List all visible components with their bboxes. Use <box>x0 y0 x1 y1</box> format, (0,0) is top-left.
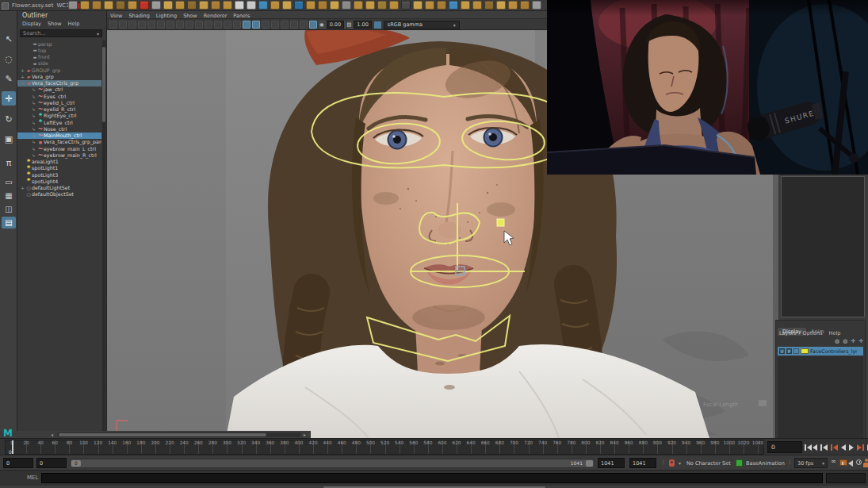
shelf-icon[interactable] <box>223 1 232 10</box>
outliner-item-eyelid_r_ctrl[interactable]: ↳~eyelid_R_ctrl <box>17 106 101 113</box>
exposure-value[interactable]: 0.00 <box>327 21 344 29</box>
outliner-item-spotlight1[interactable]: *spotLight1 <box>17 165 101 171</box>
window-menu-icon[interactable] <box>2 2 9 10</box>
shelf-icon[interactable] <box>270 1 280 10</box>
character-controls-icon[interactable] <box>863 459 868 467</box>
viewport-toolbar-icon[interactable] <box>205 21 212 29</box>
viewport-menu-panels[interactable]: Panels <box>233 13 250 19</box>
fps-dropdown[interactable]: 30 fps ▾ <box>794 458 828 468</box>
playback-start-input[interactable]: 0 <box>36 458 67 468</box>
outliner-item-group_grp[interactable]: +▰GROUP_grp <box>17 67 101 73</box>
shelf-icon[interactable] <box>508 1 518 10</box>
viewport-toolbar-icon[interactable] <box>185 21 193 29</box>
viewport-toolbar-icon[interactable] <box>252 21 260 29</box>
layer-color-swatch[interactable] <box>801 348 809 354</box>
outliner-item-eyelid_l_ctrl[interactable]: ↳~eyelid_L_ctrl <box>17 99 101 106</box>
play-forwards-button[interactable] <box>848 444 855 451</box>
playblast-icon[interactable] <box>839 459 847 466</box>
viewport-toolbar-icon[interactable] <box>166 21 174 29</box>
viewport-toolbar-icon[interactable] <box>290 21 298 29</box>
viewport-menu-show[interactable]: Show <box>183 13 197 19</box>
shelf-icon[interactable] <box>187 1 197 10</box>
outliner-menu-show[interactable]: Show <box>48 21 62 27</box>
show-manipulator-tool[interactable]: π <box>2 156 16 170</box>
outliner-item-eyes_ctrl[interactable]: ↳~Eyes_ctrl <box>17 93 101 99</box>
expand-toggle-icon[interactable]: + <box>20 67 25 73</box>
horizontal-scrollbar[interactable] <box>57 432 301 437</box>
shelf-icon[interactable] <box>104 1 113 10</box>
shelf-icon[interactable] <box>425 1 434 10</box>
selected-control-handle[interactable] <box>497 219 504 226</box>
go-to-start-button[interactable] <box>804 444 818 451</box>
viewport-menu-view[interactable]: View <box>110 13 122 19</box>
layer-tool-icon[interactable]: ✛ <box>851 338 855 344</box>
shelf-icon[interactable] <box>365 1 375 10</box>
viewport-toolbar-icon[interactable] <box>128 21 136 29</box>
shelf-icon[interactable] <box>377 1 387 10</box>
shelf-icon[interactable] <box>413 1 423 10</box>
viewport-toolbar-icon[interactable] <box>214 21 222 29</box>
display-layer-row[interactable]: V P FaceControllers_lyr <box>778 347 863 355</box>
colorspace-icon[interactable] <box>374 21 381 29</box>
outliner-item-vera_grp[interactable]: +▰Vera_grp <box>17 73 101 79</box>
viewport-toolbar-icon[interactable] <box>271 21 279 29</box>
viewport-menu-lighting[interactable]: Lighting <box>156 13 177 19</box>
viewport-toolbar-icon[interactable] <box>176 21 184 29</box>
shelf-icon[interactable] <box>247 1 256 10</box>
shelf-icon[interactable] <box>116 1 125 10</box>
outliner-item-side[interactable]: ▬side <box>17 60 101 67</box>
viewport-menu-shading[interactable]: Shading <box>128 13 149 19</box>
shelf-icon[interactable] <box>151 1 161 10</box>
range-slider[interactable]: 0 1041 <box>70 459 595 468</box>
viewport-toolbar-icon[interactable] <box>233 21 241 29</box>
search-input[interactable]: Search... ▾ <box>20 29 102 37</box>
outliner-item-jaw_ctrl[interactable]: ↳~jaw_ctrl <box>17 86 101 93</box>
gamma-icon[interactable]: ▧ <box>346 21 351 28</box>
playhead[interactable] <box>12 440 13 455</box>
exposure-icon[interactable]: ◉ <box>319 21 324 28</box>
expand-toggle-icon[interactable]: + <box>20 185 25 190</box>
range-start-handle[interactable]: 0 <box>71 460 81 467</box>
layout-four-pane[interactable]: ▦ <box>2 190 16 202</box>
shelf-icon[interactable] <box>80 1 90 10</box>
viewport-toolbar-icon[interactable] <box>157 21 165 29</box>
expand-toggle-icon[interactable]: - <box>20 80 25 86</box>
scrollbar-thumb[interactable] <box>323 486 545 488</box>
outliner-item-spotlight3[interactable]: *spotLight3 <box>17 171 101 178</box>
viewport-toolbar-icon[interactable] <box>119 21 127 29</box>
viewport-toolbar-icon[interactable] <box>224 21 231 29</box>
viewport-toolbar-icon[interactable] <box>147 21 155 29</box>
shelf-icon[interactable] <box>128 1 137 10</box>
viewport-toolbar-icon[interactable] <box>309 21 317 29</box>
time-slider[interactable]: 0204060801001201401601802002202402602803… <box>5 440 764 455</box>
outliner-scrollbar[interactable] <box>102 40 105 431</box>
outliner-item-spotlight4[interactable]: *spotLight4 <box>17 178 101 184</box>
viewport-toolbar-icon[interactable] <box>300 21 308 29</box>
outliner-item-defaultlightset[interactable]: +○defaultLightSet <box>17 185 101 191</box>
shelf-icon[interactable] <box>318 1 327 10</box>
outliner-item-top[interactable]: ▬top <box>17 47 101 53</box>
outliner-item-vera_facectrls_grp_parentconstrain[interactable]: ↳●Vera_faceCtrls_grp_parentConstrain <box>17 139 101 145</box>
outliner-item-nose_ctrl[interactable]: ↳~Nose_ctrl <box>17 125 101 132</box>
shelf-icon[interactable] <box>140 1 149 10</box>
current-frame-input[interactable]: 0 <box>767 441 802 453</box>
layout-split-pane[interactable]: ◫ <box>2 203 16 215</box>
shelf-icon[interactable] <box>294 1 304 10</box>
layout-single-pane[interactable]: ▭ <box>2 176 16 188</box>
outliner-item-righteye_ctrl[interactable]: ↳*RightEye_ctrl <box>17 113 101 119</box>
shelf-icon[interactable] <box>199 1 208 10</box>
shelf-icon[interactable] <box>449 1 458 10</box>
viewport-toolbar-icon[interactable] <box>138 21 146 29</box>
shelf-icon[interactable] <box>496 1 506 10</box>
viewport-menu-renderer[interactable]: Renderer <box>204 13 228 19</box>
audio-icon[interactable] <box>848 460 853 467</box>
play-backwards-button[interactable] <box>840 444 847 451</box>
paint-select-tool[interactable]: ✎ <box>2 71 16 86</box>
animation-end-input[interactable]: 1041 <box>629 458 656 468</box>
shelf-icon[interactable] <box>92 1 101 10</box>
shelf-tab-label[interactable]: Flower.assy.set <box>12 2 53 9</box>
shelf-icon[interactable] <box>472 1 482 10</box>
layer-name[interactable]: FaceControllers_lyr <box>810 348 858 354</box>
mouth-center-handle[interactable] <box>456 267 465 275</box>
layer-tool-icon[interactable]: ◍ <box>843 338 847 344</box>
